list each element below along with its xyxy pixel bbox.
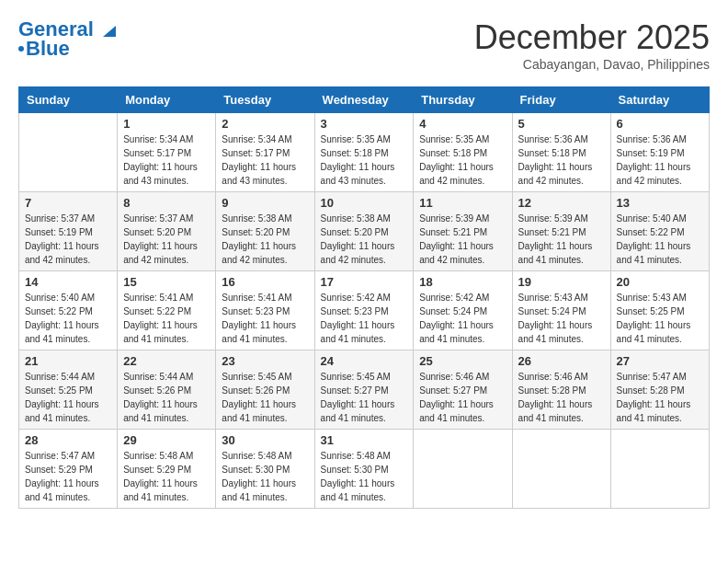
logo: General Blue	[18, 18, 118, 61]
day-info: Sunrise: 5:41 AMSunset: 5:22 PMDaylight:…	[123, 291, 210, 346]
day-info: Sunrise: 5:46 AMSunset: 5:28 PMDaylight:…	[518, 370, 605, 425]
calendar-cell	[414, 430, 512, 509]
day-info: Sunrise: 5:39 AMSunset: 5:21 PMDaylight:…	[518, 212, 605, 267]
calendar-header-friday: Friday	[512, 87, 610, 113]
day-number: 26	[518, 354, 605, 368]
day-info: Sunrise: 5:42 AMSunset: 5:23 PMDaylight:…	[321, 291, 408, 346]
calendar-cell	[610, 430, 709, 509]
day-number: 3	[321, 117, 408, 131]
day-info: Sunrise: 5:40 AMSunset: 5:22 PMDaylight:…	[25, 291, 111, 346]
day-info: Sunrise: 5:37 AMSunset: 5:20 PMDaylight:…	[123, 212, 210, 267]
logo-blue-text: Blue	[26, 37, 70, 61]
day-number: 6	[617, 117, 703, 131]
day-info: Sunrise: 5:40 AMSunset: 5:22 PMDaylight:…	[617, 212, 703, 267]
calendar-cell: 29 Sunrise: 5:48 AMSunset: 5:29 PMDaylig…	[118, 430, 216, 509]
day-number: 11	[419, 196, 506, 210]
day-number: 13	[617, 196, 703, 210]
calendar-cell: 16 Sunrise: 5:41 AMSunset: 5:23 PMDaylig…	[216, 271, 314, 350]
calendar-header-thursday: Thursday	[414, 87, 512, 113]
day-info: Sunrise: 5:41 AMSunset: 5:23 PMDaylight:…	[222, 291, 308, 346]
day-info: Sunrise: 5:47 AMSunset: 5:28 PMDaylight:…	[617, 370, 703, 425]
day-info: Sunrise: 5:36 AMSunset: 5:19 PMDaylight:…	[617, 132, 703, 188]
day-info: Sunrise: 5:46 AMSunset: 5:27 PMDaylight:…	[419, 370, 506, 425]
calendar-table: SundayMondayTuesdayWednesdayThursdayFrid…	[18, 86, 710, 509]
day-number: 31	[321, 433, 408, 447]
calendar-cell: 3 Sunrise: 5:35 AMSunset: 5:18 PMDayligh…	[314, 113, 414, 192]
calendar-cell: 22 Sunrise: 5:44 AMSunset: 5:26 PMDaylig…	[118, 350, 216, 430]
location-subtitle: Cabayangan, Davao, Philippines	[474, 57, 710, 72]
calendar-week-4: 21 Sunrise: 5:44 AMSunset: 5:25 PMDaylig…	[19, 350, 710, 430]
day-info: Sunrise: 5:45 AMSunset: 5:26 PMDaylight:…	[222, 370, 308, 425]
day-number: 27	[617, 354, 703, 368]
calendar-cell: 30 Sunrise: 5:48 AMSunset: 5:30 PMDaylig…	[216, 430, 314, 509]
calendar-header-tuesday: Tuesday	[216, 87, 314, 113]
day-number: 17	[321, 275, 408, 289]
calendar-week-2: 7 Sunrise: 5:37 AMSunset: 5:19 PMDayligh…	[19, 192, 710, 271]
calendar-header-sunday: Sunday	[19, 87, 118, 113]
day-number: 14	[25, 275, 111, 289]
calendar-cell: 18 Sunrise: 5:42 AMSunset: 5:24 PMDaylig…	[414, 271, 512, 350]
calendar-cell: 25 Sunrise: 5:46 AMSunset: 5:27 PMDaylig…	[414, 350, 512, 430]
calendar-cell: 21 Sunrise: 5:44 AMSunset: 5:25 PMDaylig…	[19, 350, 118, 430]
calendar-cell: 13 Sunrise: 5:40 AMSunset: 5:22 PMDaylig…	[610, 192, 709, 271]
day-number: 7	[25, 196, 111, 210]
calendar-cell: 17 Sunrise: 5:42 AMSunset: 5:23 PMDaylig…	[314, 271, 414, 350]
calendar-cell: 5 Sunrise: 5:36 AMSunset: 5:18 PMDayligh…	[512, 113, 610, 192]
calendar-cell	[19, 113, 118, 192]
day-info: Sunrise: 5:38 AMSunset: 5:20 PMDaylight:…	[222, 212, 308, 267]
day-info: Sunrise: 5:39 AMSunset: 5:21 PMDaylight:…	[419, 212, 506, 267]
day-info: Sunrise: 5:44 AMSunset: 5:26 PMDaylight:…	[123, 370, 210, 425]
day-number: 25	[419, 354, 506, 368]
calendar-week-1: 1 Sunrise: 5:34 AMSunset: 5:17 PMDayligh…	[19, 113, 710, 192]
calendar-header-row: SundayMondayTuesdayWednesdayThursdayFrid…	[19, 87, 710, 113]
day-info: Sunrise: 5:35 AMSunset: 5:18 PMDaylight:…	[321, 132, 408, 188]
day-number: 19	[518, 275, 605, 289]
day-number: 9	[222, 196, 308, 210]
day-info: Sunrise: 5:47 AMSunset: 5:29 PMDaylight:…	[25, 449, 111, 504]
day-info: Sunrise: 5:45 AMSunset: 5:27 PMDaylight:…	[321, 370, 408, 425]
day-number: 8	[123, 196, 210, 210]
calendar-cell	[512, 430, 610, 509]
day-number: 22	[123, 354, 210, 368]
day-info: Sunrise: 5:37 AMSunset: 5:19 PMDaylight:…	[25, 212, 111, 267]
month-title: December 2025	[474, 18, 710, 57]
day-number: 16	[222, 275, 308, 289]
calendar-cell: 26 Sunrise: 5:46 AMSunset: 5:28 PMDaylig…	[512, 350, 610, 430]
day-number: 28	[25, 433, 111, 447]
day-number: 1	[123, 117, 210, 131]
calendar-cell: 9 Sunrise: 5:38 AMSunset: 5:20 PMDayligh…	[216, 192, 314, 271]
calendar-cell: 8 Sunrise: 5:37 AMSunset: 5:20 PMDayligh…	[118, 192, 216, 271]
calendar-cell: 19 Sunrise: 5:43 AMSunset: 5:24 PMDaylig…	[512, 271, 610, 350]
day-info: Sunrise: 5:34 AMSunset: 5:17 PMDaylight:…	[222, 132, 308, 188]
calendar-cell: 6 Sunrise: 5:36 AMSunset: 5:19 PMDayligh…	[610, 113, 709, 192]
calendar-cell: 2 Sunrise: 5:34 AMSunset: 5:17 PMDayligh…	[216, 113, 314, 192]
calendar-week-5: 28 Sunrise: 5:47 AMSunset: 5:29 PMDaylig…	[19, 430, 710, 509]
day-number: 4	[419, 117, 506, 131]
calendar-cell: 15 Sunrise: 5:41 AMSunset: 5:22 PMDaylig…	[118, 271, 216, 350]
calendar-header-wednesday: Wednesday	[314, 87, 414, 113]
day-info: Sunrise: 5:48 AMSunset: 5:30 PMDaylight:…	[222, 449, 308, 504]
calendar-cell: 20 Sunrise: 5:43 AMSunset: 5:25 PMDaylig…	[610, 271, 709, 350]
calendar-cell: 31 Sunrise: 5:48 AMSunset: 5:30 PMDaylig…	[314, 430, 414, 509]
page-header: General Blue December 2025 Cabayangan, D…	[18, 18, 710, 72]
title-section: December 2025 Cabayangan, Davao, Philipp…	[474, 18, 710, 72]
calendar-cell: 4 Sunrise: 5:35 AMSunset: 5:18 PMDayligh…	[414, 113, 512, 192]
day-info: Sunrise: 5:43 AMSunset: 5:25 PMDaylight:…	[617, 291, 703, 346]
calendar-header-saturday: Saturday	[610, 87, 709, 113]
svg-marker-0	[103, 26, 116, 37]
day-info: Sunrise: 5:42 AMSunset: 5:24 PMDaylight:…	[419, 291, 506, 346]
day-info: Sunrise: 5:36 AMSunset: 5:18 PMDaylight:…	[518, 132, 605, 188]
day-number: 10	[321, 196, 408, 210]
calendar-cell: 14 Sunrise: 5:40 AMSunset: 5:22 PMDaylig…	[19, 271, 118, 350]
day-number: 30	[222, 433, 308, 447]
day-number: 24	[321, 354, 408, 368]
day-number: 15	[123, 275, 210, 289]
calendar-cell: 12 Sunrise: 5:39 AMSunset: 5:21 PMDaylig…	[512, 192, 610, 271]
calendar-header-monday: Monday	[118, 87, 216, 113]
day-info: Sunrise: 5:44 AMSunset: 5:25 PMDaylight:…	[25, 370, 111, 425]
calendar-cell: 24 Sunrise: 5:45 AMSunset: 5:27 PMDaylig…	[314, 350, 414, 430]
calendar-week-3: 14 Sunrise: 5:40 AMSunset: 5:22 PMDaylig…	[19, 271, 710, 350]
calendar-cell: 28 Sunrise: 5:47 AMSunset: 5:29 PMDaylig…	[19, 430, 118, 509]
day-number: 5	[518, 117, 605, 131]
calendar-cell: 23 Sunrise: 5:45 AMSunset: 5:26 PMDaylig…	[216, 350, 314, 430]
